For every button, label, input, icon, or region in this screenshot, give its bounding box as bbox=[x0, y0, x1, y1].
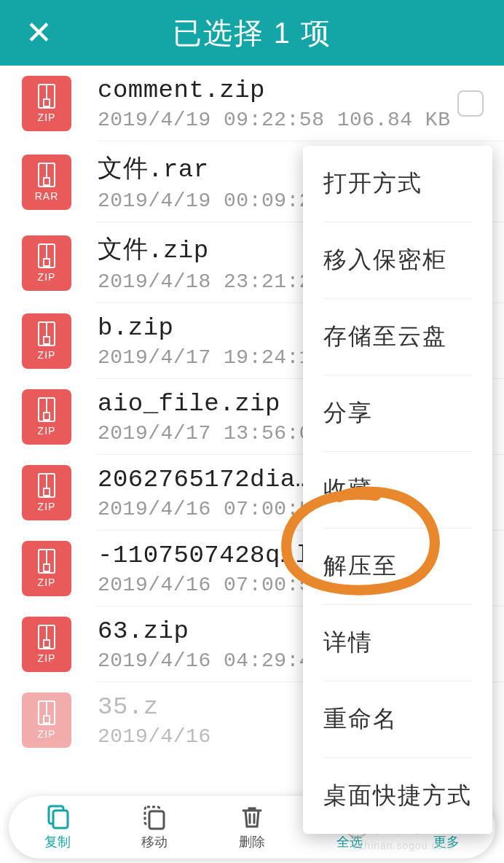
svg-rect-3 bbox=[149, 811, 164, 829]
zip-icon: ZIP bbox=[22, 235, 71, 291]
zip-icon: ZIP bbox=[22, 389, 71, 445]
zip-icon: ZIP bbox=[22, 465, 71, 520]
zip-icon: ZIP bbox=[22, 541, 71, 596]
file-meta: 2019/4/19 09:22:58 106.84 KB bbox=[98, 109, 457, 131]
file-name: comment.zip bbox=[98, 77, 457, 104]
delete-button[interactable]: 删除 bbox=[239, 804, 265, 851]
menu-rename[interactable]: 重命名 bbox=[323, 682, 472, 758]
trash-icon bbox=[239, 804, 265, 830]
header: ✕ 已选择 1 项 bbox=[0, 0, 504, 66]
header-title: 已选择 1 项 bbox=[0, 13, 504, 53]
list-item[interactable]: ZIP comment.zip 2019/4/19 09:22:58 106.8… bbox=[0, 66, 504, 141]
menu-extract-to[interactable]: 解压至 bbox=[323, 528, 472, 605]
svg-rect-1 bbox=[53, 811, 68, 828]
zip-icon: ZIP bbox=[22, 313, 71, 369]
delete-label: 删除 bbox=[239, 833, 265, 851]
rar-icon: RAR bbox=[22, 155, 71, 210]
checkbox[interactable] bbox=[457, 90, 484, 117]
move-icon bbox=[141, 804, 168, 830]
context-menu: 打开方式 移入保密柜 存储至云盘 分享 收藏 解压至 详情 重命名 桌面快捷方式 bbox=[303, 146, 492, 834]
close-icon[interactable]: ✕ bbox=[25, 17, 52, 49]
move-button[interactable]: 移动 bbox=[141, 804, 168, 851]
copy-icon bbox=[44, 804, 71, 830]
zip-icon: ZIP bbox=[22, 617, 71, 672]
move-label: 移动 bbox=[141, 833, 168, 851]
zip-icon: ZIP bbox=[22, 692, 71, 748]
menu-move-to-vault[interactable]: 移入保密柜 bbox=[323, 222, 472, 299]
menu-save-cloud[interactable]: 存储至云盘 bbox=[323, 299, 472, 375]
copy-button[interactable]: 复制 bbox=[44, 804, 71, 851]
menu-shortcut[interactable]: 桌面快捷方式 bbox=[323, 758, 472, 834]
copy-label: 复制 bbox=[44, 833, 71, 851]
menu-favorite[interactable]: 收藏 bbox=[323, 452, 472, 528]
menu-details[interactable]: 详情 bbox=[323, 605, 472, 682]
zip-icon: ZIP bbox=[22, 76, 71, 131]
menu-share[interactable]: 分享 bbox=[323, 375, 472, 452]
menu-open-with[interactable]: 打开方式 bbox=[323, 146, 472, 222]
